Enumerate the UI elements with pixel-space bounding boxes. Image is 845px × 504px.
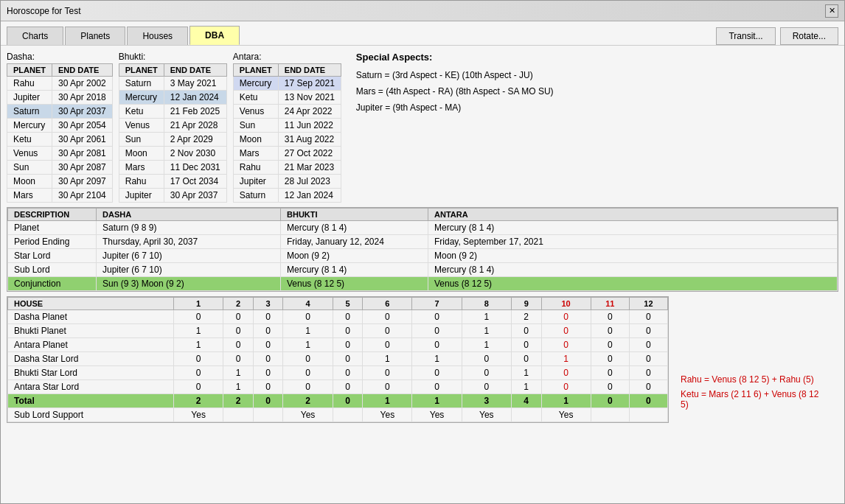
main-window: Horoscope for Test ✕ Charts Planets Hous… xyxy=(0,0,845,504)
antara-enddate: 12 Jan 2024 xyxy=(278,189,341,203)
dasha-enddate: 30 Apr 2087 xyxy=(52,161,113,175)
antara-col-planet: PLANET xyxy=(233,64,278,77)
desc-antara: Mercury (8 1 4) xyxy=(428,263,838,277)
house-cell: 0 xyxy=(333,380,363,394)
house-col-2: 2 xyxy=(223,298,254,310)
house-cell: 0 xyxy=(412,324,462,338)
house-cell: 0 xyxy=(591,352,629,366)
bhukti-planet: Mercury xyxy=(119,91,164,105)
antara-section: Antara: PLANET END DATE Mercury17 Sep 20… xyxy=(233,52,341,203)
antara-enddate: 11 Jun 2022 xyxy=(278,119,341,133)
transit-button[interactable]: Transit... xyxy=(716,27,775,45)
sub-lord-cell: Yes xyxy=(462,408,511,422)
close-button[interactable]: ✕ xyxy=(825,4,838,18)
desc-bhukti: Venus (8 12 5) xyxy=(281,277,428,291)
bhukti-enddate: 11 Dec 2031 xyxy=(164,161,226,175)
antara-enddate: 21 Mar 2023 xyxy=(278,161,341,175)
house-cell: 4 xyxy=(511,394,541,408)
house-cell: 0 xyxy=(253,394,283,408)
antara-col-enddate: END DATE xyxy=(278,64,341,77)
house-col-1: 1 xyxy=(174,298,223,310)
house-cell: 1 xyxy=(363,352,412,366)
house-cell: 0 xyxy=(629,324,667,338)
sub-lord-cell: Yes xyxy=(283,408,333,422)
house-cell: 3 xyxy=(462,394,511,408)
title-bar: Horoscope for Test ✕ xyxy=(1,1,844,21)
dasha-enddate: 30 Apr 2002 xyxy=(52,77,113,91)
rotate-button[interactable]: Rotate... xyxy=(780,27,838,45)
bhukti-planet: Saturn xyxy=(119,77,164,91)
house-cell: 0 xyxy=(283,380,333,394)
bhukti-planet: Jupiter xyxy=(119,189,164,203)
dasha-col-enddate: END DATE xyxy=(52,64,113,77)
house-cell: 0 xyxy=(412,310,462,324)
right-notes: Rahu = Venus (8 12 5) + Rahu (5)Ketu = M… xyxy=(672,368,835,420)
house-cell: 1 xyxy=(462,338,511,352)
house-row-label: Antara Planet xyxy=(8,338,174,352)
tab-charts[interactable]: Charts xyxy=(7,27,63,45)
house-cell: 1 xyxy=(283,338,333,352)
house-cell: 0 xyxy=(541,380,591,394)
house-cell: 0 xyxy=(363,310,412,324)
house-cell: 0 xyxy=(629,380,667,394)
bhukti-col-planet: PLANET xyxy=(119,64,164,77)
house-cell: 1 xyxy=(174,338,223,352)
house-cell: 1 xyxy=(223,366,254,380)
desc-dasha: Jupiter (6 7 10) xyxy=(97,249,281,263)
dasha-enddate: 30 Apr 2104 xyxy=(52,189,113,203)
top-section: Dasha: PLANET END DATE Rahu30 Apr 2002Ju… xyxy=(7,52,838,203)
sub-lord-cell: Yes xyxy=(174,408,223,422)
house-cell: 0 xyxy=(363,380,412,394)
bhukti-col-enddate: END DATE xyxy=(164,64,226,77)
sub-lord-cell xyxy=(511,408,541,422)
house-col-8: 8 xyxy=(462,298,511,310)
tab-dba[interactable]: DBA xyxy=(189,26,240,45)
house-cell: 0 xyxy=(629,310,667,324)
special-aspects-section: Special Aspects: Saturn = (3rd Aspect - … xyxy=(347,52,838,203)
sub-lord-cell xyxy=(591,408,629,422)
house-cell: 1 xyxy=(511,366,541,380)
bhukti-planet: Rahu xyxy=(119,175,164,189)
house-cell: 0 xyxy=(283,352,333,366)
sub-lord-cell xyxy=(333,408,363,422)
house-cell: 0 xyxy=(412,338,462,352)
house-col-3: 3 xyxy=(253,298,283,310)
house-cell: 0 xyxy=(462,380,511,394)
dasha-section: Dasha: PLANET END DATE Rahu30 Apr 2002Ju… xyxy=(7,52,113,203)
house-row-label: Bhukti Planet xyxy=(8,324,174,338)
bhukti-planet: Moon xyxy=(119,147,164,161)
antara-enddate: 31 Aug 2022 xyxy=(278,133,341,147)
dasha-planet: Mars xyxy=(7,189,52,203)
desc-bhukti: Mercury (8 1 4) xyxy=(281,263,428,277)
house-cell: 0 xyxy=(333,366,363,380)
house-cell: 1 xyxy=(462,324,511,338)
house-row-label: Dasha Star Lord xyxy=(8,352,174,366)
house-cell: 0 xyxy=(333,338,363,352)
house-cell: 0 xyxy=(363,338,412,352)
bhukti-planet: Mars xyxy=(119,161,164,175)
bhukti-enddate: 3 May 2021 xyxy=(164,77,226,91)
desc-col-dasha: DASHA xyxy=(97,209,281,221)
dasha-planet: Saturn xyxy=(7,105,52,119)
house-row-label: Antara Star Lord xyxy=(8,380,174,394)
sub-lord-cell: Yes xyxy=(363,408,412,422)
house-cell: 2 xyxy=(174,394,223,408)
desc-antara: Friday, September 17, 2021 xyxy=(428,235,838,249)
house-cell: 0 xyxy=(541,324,591,338)
house-col-house: HOUSE xyxy=(8,298,174,310)
house-cell: 2 xyxy=(223,394,254,408)
tab-planets[interactable]: Planets xyxy=(65,27,125,45)
house-col-9: 9 xyxy=(511,298,541,310)
tab-houses[interactable]: Houses xyxy=(127,27,188,45)
house-cell: 1 xyxy=(541,352,591,366)
desc-col-description: DESCRIPTION xyxy=(8,209,97,221)
house-cell: 1 xyxy=(174,324,223,338)
dasha-enddate: 30 Apr 2018 xyxy=(52,91,113,105)
antara-enddate: 28 Jul 2023 xyxy=(278,175,341,189)
bhukti-planet: Sun xyxy=(119,133,164,147)
house-cell: 0 xyxy=(223,310,254,324)
sub-lord-cell xyxy=(629,408,667,422)
house-cell: 0 xyxy=(253,338,283,352)
sub-lord-cell: Yes xyxy=(541,408,591,422)
house-cell: 0 xyxy=(333,394,363,408)
